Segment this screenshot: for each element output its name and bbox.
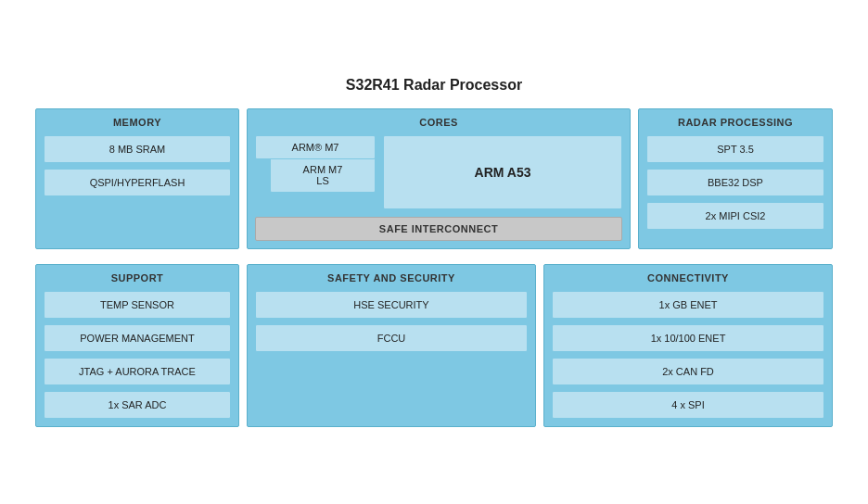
support-title: SUPPORT xyxy=(44,272,231,284)
top-grid: MEMORY 8 MB SRAM QSPI/HYPERFLASH CORES A… xyxy=(35,108,833,257)
bottom-grid: SUPPORT TEMP SENSOR POWER MANAGEMENT JTA… xyxy=(35,264,833,427)
support-item-temp: TEMP SENSOR xyxy=(44,291,231,319)
arm-m7-outer: ARM® M7 xyxy=(255,135,376,159)
cores-left: ARM® M7 ARM M7LS xyxy=(255,135,376,193)
connectivity-item-can: 2x CAN FD xyxy=(552,358,824,385)
connectivity-item-gb-enet: 1x GB ENET xyxy=(552,291,824,319)
connectivity-item-100-enet: 1x 10/100 ENET xyxy=(552,324,824,352)
connectivity-section: CONNECTIVITY 1x GB ENET 1x 10/100 ENET 2… xyxy=(543,264,833,427)
safety-item-fccu: FCCU xyxy=(255,324,528,352)
safety-item-hse: HSE SECURITY xyxy=(255,291,528,319)
support-item-jtag: JTAG + AURORA TRACE xyxy=(44,358,231,385)
cores-title: CORES xyxy=(255,117,622,128)
support-section: SUPPORT TEMP SENSOR POWER MANAGEMENT JTA… xyxy=(35,264,239,427)
connectivity-title: CONNECTIVITY xyxy=(552,272,824,284)
support-item-power: POWER MANAGEMENT xyxy=(44,324,231,352)
arm-a53-box: ARM A53 xyxy=(383,135,622,209)
radar-item-spt: SPT 3.5 xyxy=(646,135,824,163)
safe-interconnect: SAFE INTERCONNECT xyxy=(255,217,622,241)
page-title: S32R41 Radar Processor xyxy=(35,77,833,94)
radar-processing-title: RADAR PROCESSING xyxy=(646,117,824,128)
memory-item-sram: 8 MB SRAM xyxy=(44,135,231,163)
page-container: S32R41 Radar Processor MEMORY 8 MB SRAM … xyxy=(17,58,851,446)
memory-title: MEMORY xyxy=(44,117,231,128)
arm-m7-inner: ARM M7LS xyxy=(270,158,376,193)
cores-inner: ARM® M7 ARM M7LS ARM A53 xyxy=(255,135,622,209)
connectivity-item-spi: 4 x SPI xyxy=(552,391,824,419)
safety-security-title: SAFETY AND SECURITY xyxy=(255,272,528,284)
cores-section: CORES ARM® M7 ARM M7LS ARM A53 SAFE INTE… xyxy=(247,108,631,249)
radar-processing-section: RADAR PROCESSING SPT 3.5 BBE32 DSP 2x MI… xyxy=(638,108,833,249)
memory-section: MEMORY 8 MB SRAM QSPI/HYPERFLASH xyxy=(35,108,239,249)
safety-security-section: SAFETY AND SECURITY HSE SECURITY FCCU xyxy=(247,264,536,427)
radar-item-bbe32: BBE32 DSP xyxy=(646,169,824,196)
radar-item-mipi: 2x MIPI CSI2 xyxy=(646,202,824,230)
memory-item-qspi: QSPI/HYPERFLASH xyxy=(44,169,231,196)
support-item-sar: 1x SAR ADC xyxy=(44,391,231,419)
